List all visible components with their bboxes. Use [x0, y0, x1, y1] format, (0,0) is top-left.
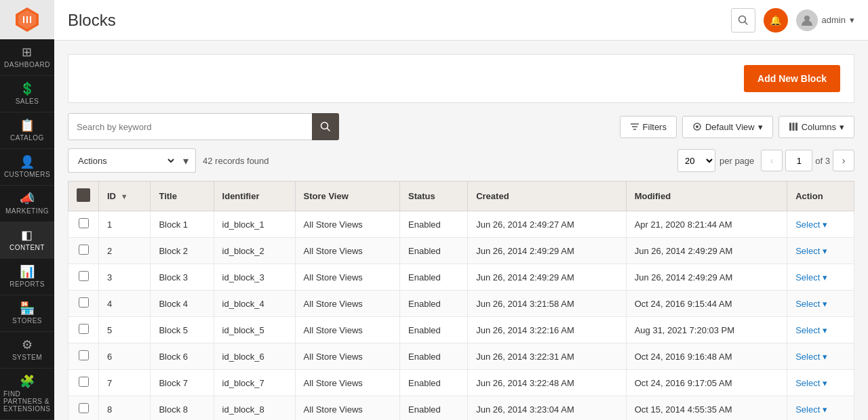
- row-action-dropdown-1[interactable]: ▾: [823, 219, 827, 230]
- sidebar-item-sales[interactable]: 💲 Sales: [0, 76, 54, 112]
- col-header-checkbox: [68, 182, 99, 211]
- row-checkbox-5[interactable]: [79, 324, 89, 334]
- view-button[interactable]: Default View ▾: [682, 116, 773, 138]
- row-checkbox-6[interactable]: [79, 350, 89, 360]
- topbar-search-button[interactable]: [731, 8, 755, 33]
- row-action-dropdown-8[interactable]: ▾: [823, 404, 827, 415]
- prev-page-button[interactable]: ‹: [761, 150, 783, 171]
- row-action: Select ▾: [787, 343, 854, 370]
- row-action: Select ▾: [787, 396, 854, 421]
- row-select-link-7[interactable]: Select: [795, 378, 820, 388]
- row-modified: Oct 24, 2016 9:17:05 AM: [626, 370, 787, 396]
- svg-rect-8: [789, 123, 791, 131]
- sidebar-logo: [0, 0, 54, 39]
- notification-bell[interactable]: 🔔: [764, 8, 788, 33]
- row-action: Select ▾: [787, 291, 854, 317]
- sidebar-item-customers[interactable]: 👤 Customers: [0, 149, 54, 186]
- sidebar-item-label: Stores: [12, 317, 42, 324]
- col-title-label: Title: [159, 191, 177, 201]
- row-checkbox-cell: [68, 317, 99, 343]
- sidebar: ⊞ Dashboard 💲 Sales 📋 Catalog 👤 Customer…: [0, 0, 54, 420]
- row-checkbox-2[interactable]: [79, 245, 89, 255]
- user-menu[interactable]: admin ▾: [796, 9, 854, 31]
- row-checkbox-3[interactable]: [79, 271, 89, 281]
- row-title: Block 1: [151, 211, 214, 238]
- sidebar-item-marketing[interactable]: 📣 Marketing: [0, 186, 54, 222]
- actions-select-wrap: Actions ▾: [68, 148, 196, 173]
- system-icon: ⚙: [22, 339, 33, 351]
- row-identifier: id_block_8: [214, 396, 295, 421]
- col-header-status: Status: [400, 182, 468, 211]
- row-action-dropdown-6[interactable]: ▾: [823, 352, 827, 362]
- page-content-area: Add New Block: [54, 41, 868, 420]
- row-action: Select ▾: [787, 370, 854, 396]
- actions-dropdown-button[interactable]: ▾: [176, 148, 196, 173]
- svg-rect-10: [795, 123, 797, 131]
- row-action: Select ▾: [787, 317, 854, 343]
- add-new-block-button[interactable]: Add New Block: [744, 65, 840, 92]
- row-status: Enabled: [400, 211, 468, 238]
- row-status: Enabled: [400, 238, 468, 264]
- sort-id-icon[interactable]: ▼: [121, 192, 128, 201]
- per-page-wrap: 20 50 100 200 per page: [677, 149, 754, 172]
- filters-button[interactable]: Filters: [620, 116, 677, 138]
- row-checkbox-1[interactable]: [79, 218, 89, 228]
- col-id-label: ID: [107, 191, 116, 201]
- marketing-icon: 📣: [20, 192, 35, 205]
- row-checkbox-7[interactable]: [79, 377, 89, 387]
- sidebar-item-label: Customers: [4, 171, 50, 178]
- table-row: 4 Block 4 id_block_4 All Store Views Ena…: [68, 291, 854, 317]
- per-page-select[interactable]: 20 50 100 200: [677, 149, 715, 172]
- row-checkbox-8[interactable]: [79, 403, 89, 413]
- row-status: Enabled: [400, 370, 468, 396]
- sales-icon: 💲: [20, 83, 35, 95]
- row-select-link-4[interactable]: Select: [795, 299, 820, 309]
- row-identifier: id_block_5: [214, 317, 295, 343]
- sidebar-item-system[interactable]: ⚙ System: [0, 332, 54, 369]
- row-modified: Oct 15, 2014 4:55:35 AM: [626, 396, 787, 421]
- search-row: Filters Default View ▾ Co: [68, 113, 854, 140]
- row-select-link-8[interactable]: Select: [795, 404, 820, 415]
- sidebar-item-stores[interactable]: 🏪 Stores: [0, 295, 54, 332]
- row-action-dropdown-2[interactable]: ▾: [823, 246, 827, 256]
- search-submit-button[interactable]: [312, 113, 339, 140]
- col-created-label: Created: [476, 191, 509, 201]
- sidebar-item-catalog[interactable]: 📋 Catalog: [0, 112, 54, 149]
- row-select-link-3[interactable]: Select: [795, 272, 820, 282]
- col-header-created: Created: [468, 182, 626, 211]
- row-title: Block 2: [151, 238, 214, 264]
- row-action-dropdown-5[interactable]: ▾: [823, 325, 827, 335]
- sidebar-item-label: Dashboard: [4, 61, 50, 68]
- row-store-view: All Store Views: [295, 370, 399, 396]
- row-status: Enabled: [400, 264, 468, 291]
- row-created: Jun 26, 2014 2:49:27 AM: [468, 211, 626, 238]
- row-action-dropdown-4[interactable]: ▾: [823, 299, 827, 309]
- page-of: of 3: [815, 156, 830, 166]
- sidebar-item-label: Find Partners & Extensions: [3, 390, 51, 413]
- row-title: Block 6: [151, 343, 214, 370]
- actions-select[interactable]: Actions: [68, 148, 176, 173]
- row-select-link-1[interactable]: Select: [795, 219, 820, 230]
- select-all-checkbox[interactable]: [77, 188, 90, 202]
- row-checkbox-cell: [68, 291, 99, 317]
- next-page-button[interactable]: ›: [833, 150, 854, 171]
- columns-button[interactable]: Columns ▾: [778, 116, 854, 138]
- sidebar-item-content[interactable]: ◧ Content: [0, 222, 54, 259]
- row-select-link-2[interactable]: Select: [795, 246, 820, 256]
- row-id: 7: [99, 370, 151, 396]
- per-page-label: per page: [719, 156, 754, 166]
- row-id: 6: [99, 343, 151, 370]
- sidebar-item-dashboard[interactable]: ⊞ Dashboard: [0, 39, 54, 76]
- search-input[interactable]: [68, 113, 339, 140]
- row-title: Block 4: [151, 291, 214, 317]
- row-select-link-5[interactable]: Select: [795, 325, 820, 335]
- row-checkbox-4[interactable]: [79, 297, 89, 308]
- partners-icon: 🧩: [20, 375, 35, 387]
- sidebar-item-reports[interactable]: 📊 Reports: [0, 259, 54, 295]
- row-action-dropdown-7[interactable]: ▾: [823, 378, 827, 388]
- row-select-link-6[interactable]: Select: [795, 352, 820, 362]
- page-number-input[interactable]: [785, 150, 812, 171]
- sidebar-item-find-partners[interactable]: 🧩 Find Partners & Extensions: [0, 369, 54, 420]
- col-header-id: ID ▼: [99, 182, 151, 211]
- row-action-dropdown-3[interactable]: ▾: [823, 272, 827, 282]
